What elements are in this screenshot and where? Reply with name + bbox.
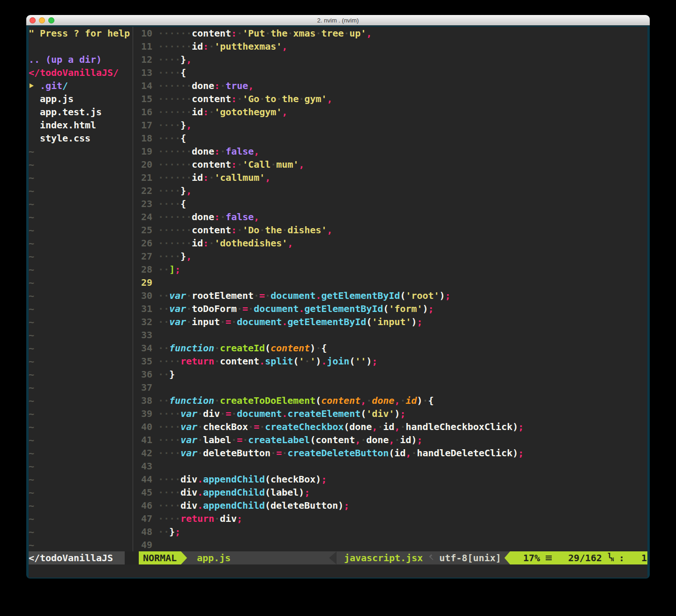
code-text: ····}, — [158, 250, 192, 263]
line-number: 12 — [135, 53, 152, 66]
colon-separator: : — [619, 551, 624, 564]
code-text: ····div.appendChild(label); — [158, 486, 310, 499]
code-text: ······done:·true, — [158, 79, 254, 92]
line-number: 39 — [135, 407, 152, 420]
code-line-19[interactable]: 19······done:·false, — [29, 145, 647, 158]
code-line-32[interactable]: 32··var·input·=·document.getElementById(… — [29, 315, 647, 328]
code-line-28[interactable]: 28··]; — [29, 263, 647, 276]
line-number: 17 — [135, 119, 152, 132]
code-line-30[interactable]: 30··var·rootElement·=·document.getElemen… — [29, 289, 647, 302]
code-text: ······id:·'putthexmas', — [158, 40, 287, 53]
statusline-tree-segment: </todoVanillaJS — [29, 551, 125, 564]
line-number: 20 — [135, 158, 152, 171]
code-line-46[interactable]: 46····div.appendChild(deleteButton); — [29, 499, 647, 512]
code-line-17[interactable]: 17····}, — [29, 119, 647, 132]
line-number: 27 — [135, 250, 152, 263]
window-titlebar[interactable]: 2. nvim . (nvim) — [26, 15, 650, 26]
line-number: 15 — [135, 92, 152, 105]
code-text: ······content:·'Put·the·xmas·tree·up', — [158, 27, 372, 40]
line-number: 13 — [135, 66, 152, 79]
code-line-13[interactable]: 13····{ — [29, 66, 647, 79]
terminal-content: " Press ? for help.. (up a dir)</todoVan… — [29, 27, 647, 578]
code-line-12[interactable]: 12····}, — [29, 53, 647, 66]
code-line-16[interactable]: 16······id:·'gotothegym', — [29, 105, 647, 119]
code-line-31[interactable]: 31··var·toDoForm·=·document.getElementBy… — [29, 302, 647, 315]
code-line-18[interactable]: 18····{ — [29, 132, 647, 145]
line-number: 16 — [135, 105, 152, 119]
line-number: 10 — [135, 27, 152, 40]
command-line[interactable] — [29, 564, 647, 578]
code-line-45[interactable]: 45····div.appendChild(label); — [29, 486, 647, 499]
code-text: ······content:·'Call·mum', — [158, 158, 304, 171]
code-line-42[interactable]: 42····var·deleteButton·=·createDeleteBut… — [29, 446, 647, 460]
code-line-11[interactable]: 11······id:·'putthexmas', — [29, 40, 647, 53]
code-line-27[interactable]: 27····}, — [29, 250, 647, 263]
code-line-37[interactable]: 37 — [29, 381, 647, 394]
code-text: ····return·div; — [158, 512, 242, 525]
code-text: ····return·content.split('·').join(''); — [158, 355, 377, 368]
code-line-47[interactable]: 47····return·div; — [29, 512, 647, 525]
code-text: ··]; — [158, 263, 180, 276]
statusline-filetype: javascript.jsx — [344, 551, 423, 564]
code-line-35[interactable]: 35····return·content.split('·').join('')… — [29, 355, 647, 368]
code-line-23[interactable]: 23····{ — [29, 197, 647, 210]
line-number: 47 — [135, 512, 152, 525]
line-number: 30 — [135, 289, 152, 302]
code-line-41[interactable]: 41····var·label·=·createLabel(content,·d… — [29, 433, 647, 446]
code-line-25[interactable]: 25······content:·'Do·the·dishes', — [29, 223, 647, 237]
status-bar: </todoVanillaJS NORMAL app.js javascript… — [29, 551, 647, 564]
code-text: ····var·deleteButton·=·createDeleteButto… — [158, 446, 524, 460]
code-text: ····div.appendChild(deleteButton); — [158, 499, 349, 512]
code-text: ····}, — [158, 53, 192, 66]
code-text: ··var·toDoForm·=·document.getElementById… — [158, 302, 434, 315]
line-number: 32 — [135, 315, 152, 328]
code-text: ····}, — [158, 184, 192, 197]
line-number: 18 — [135, 132, 152, 145]
code-text: ··} — [158, 368, 175, 381]
code-line-33[interactable]: 33 — [29, 328, 647, 341]
code-text: ····var·div·=·document.createElement('di… — [158, 407, 406, 420]
code-line-29[interactable]: 29 — [29, 276, 647, 289]
code-text: ··var·input·=·document.getElementById('i… — [158, 315, 422, 328]
code-text: ····{ — [158, 132, 186, 145]
line-number: 37 — [135, 381, 152, 394]
line-number: 45 — [135, 486, 152, 499]
line-number: 28 — [135, 263, 152, 276]
code-text: ··function·createToDoElement(content,·do… — [158, 394, 434, 407]
code-line-36[interactable]: 36··} — [29, 368, 647, 381]
code-text: ······done:·false, — [158, 210, 259, 223]
code-line-22[interactable]: 22····}, — [29, 184, 647, 197]
statusline-encoding: utf-8[unix] — [439, 551, 501, 564]
code-line-21[interactable]: 21······id:·'callmum', — [29, 171, 647, 184]
code-text: ····var·label·=·createLabel(content,·don… — [158, 433, 422, 446]
code-line-39[interactable]: 39····var·div·=·document.createElement('… — [29, 407, 647, 420]
code-line-34[interactable]: 34··function·createId(content)·{ — [29, 341, 647, 355]
line-number: 38 — [135, 394, 152, 407]
code-line-44[interactable]: 44····div.appendChild(checkBox); — [29, 473, 647, 486]
powerline-left-arrow-icon — [329, 551, 337, 564]
line-number: 36 — [135, 368, 152, 381]
lines-icon — [546, 556, 552, 561]
line-number: 31 — [135, 302, 152, 315]
code-line-38[interactable]: 38··function·createToDoElement(content,·… — [29, 394, 647, 407]
ln-symbol: lN — [608, 551, 614, 564]
code-line-14[interactable]: 14······done:·true, — [29, 79, 647, 92]
line-number: 21 — [135, 171, 152, 184]
code-text: ····div.appendChild(checkBox); — [158, 473, 327, 486]
code-text: ······content:·'Do·the·dishes', — [158, 223, 332, 237]
code-line-48[interactable]: 48··}; — [29, 525, 647, 538]
code-line-24[interactable]: 24······done:·false, — [29, 210, 647, 223]
code-line-40[interactable]: 40····var·checkBox·=·createCheckbox(done… — [29, 420, 647, 433]
code-text: ··function·createId(content)·{ — [158, 341, 327, 355]
code-line-20[interactable]: 20······content:·'Call·mum', — [29, 158, 647, 171]
code-line-43[interactable]: 43 — [29, 460, 647, 473]
code-line-10[interactable]: 10······content:·'Put·the·xmas·tree·up', — [29, 27, 647, 40]
code-line-15[interactable]: 15······content:·'Go·to·the·gym', — [29, 92, 647, 105]
line-number: 41 — [135, 433, 152, 446]
cursor-line-number: 29 — [135, 276, 152, 289]
code-line-26[interactable]: 26······id:·'dothedishes', — [29, 237, 647, 250]
code-text: ····{ — [158, 197, 186, 210]
code-line-49[interactable]: 49 — [29, 538, 647, 551]
code-text: ··}; — [158, 525, 180, 538]
powerline-arrow-icon — [181, 551, 187, 564]
